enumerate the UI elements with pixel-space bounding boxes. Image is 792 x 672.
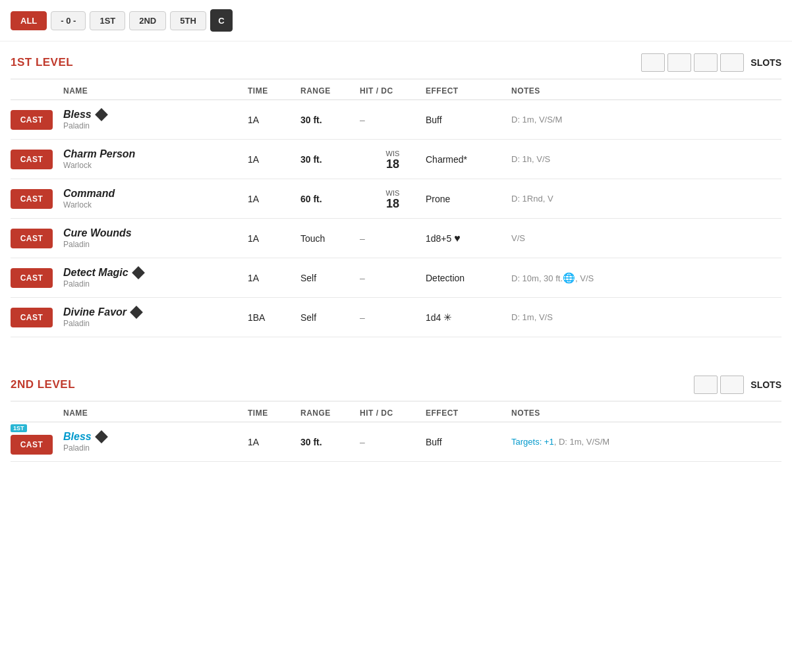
spell-command-hitdc: WIS 18	[360, 188, 426, 210]
spell-command-range: 60 ft.	[300, 194, 360, 204]
col-range: RANGE	[300, 86, 360, 96]
slots-2nd: SLOTS	[694, 376, 781, 394]
spell-cure-sub: Paladin	[63, 240, 248, 249]
col-time: TIME	[248, 86, 300, 96]
globe-icon: 🌐	[563, 272, 575, 283]
spell-cure-time: 1A	[248, 233, 300, 244]
col-time-2nd: TIME	[248, 408, 300, 418]
spell-row-divine-favor: CAST Divine Favor Paladin 1BA Self – 1d4…	[11, 298, 781, 337]
spell-detect-sub: Paladin	[63, 279, 248, 289]
spell-divine-time: 1BA	[248, 312, 300, 323]
charm-dc-val: 18	[360, 158, 426, 170]
spell-detect-range: Self	[300, 273, 360, 283]
spell-cure-name: Cure Wounds	[63, 227, 132, 238]
slots-2nd-label: SLOTS	[750, 379, 781, 390]
col-notes-2nd: NOTES	[511, 408, 781, 418]
spell-detect-time: 1A	[248, 273, 300, 283]
nav-zero[interactable]: - 0 -	[51, 11, 86, 30]
cast-cure-button[interactable]: CAST	[11, 229, 53, 248]
spell-charm-effect: Charmed*	[426, 154, 511, 165]
bless-2nd-diamond-icon	[95, 430, 108, 443]
col-range-2nd: RANGE	[300, 408, 360, 418]
spell-divine-sub: Paladin	[63, 319, 248, 328]
slot-2[interactable]	[667, 53, 691, 72]
cast-detect-button[interactable]: CAST	[11, 268, 53, 288]
spell-cure-range: Touch	[300, 233, 360, 244]
col-hitdc: HIT / DC	[360, 86, 426, 96]
cast-command-cell: CAST	[11, 189, 63, 209]
spell-charm-time: 1A	[248, 154, 300, 165]
spell-charm-notes: D: 1h, V/S	[511, 154, 781, 164]
spell-row-bless-2nd: 1ST CAST Bless Paladin 1A 30 ft. – Buff …	[11, 422, 781, 462]
spell-bless-time: 1A	[248, 115, 300, 125]
slot-3[interactable]	[694, 53, 718, 72]
spell-divine-range: Self	[300, 312, 360, 323]
section-gap	[0, 337, 792, 364]
cast-command-button[interactable]: CAST	[11, 189, 53, 209]
cast-bless-2nd-wrapper: 1ST CAST	[11, 430, 53, 455]
col-headers-1st: NAME TIME RANGE HIT / DC EFFECT NOTES	[11, 80, 781, 100]
spell-bless-sub: Paladin	[63, 121, 248, 130]
spell-bless-2nd-notes: Targets: +1, D: 1m, V/S/M	[511, 437, 781, 447]
section-1st-title: 1ST LEVEL	[11, 56, 73, 69]
spell-command-name: Command	[63, 188, 115, 199]
spell-bless-2nd-sub: Paladin	[63, 443, 248, 453]
spell-row-command: CAST Command Warlock 1A 60 ft. WIS 18 Pr…	[11, 179, 781, 219]
spell-charm-range: 30 ft.	[300, 154, 360, 165]
spell-divine-notes: D: 1m, V/S	[511, 312, 781, 322]
col-notes: NOTES	[511, 86, 781, 96]
nav-all[interactable]: ALL	[11, 11, 47, 30]
cast-bless-2nd-cell: 1ST CAST	[11, 430, 63, 455]
spell-row-detect-magic: CAST Detect Magic Paladin 1A Self – Dete…	[11, 258, 781, 298]
charm-dc-label: WIS	[386, 150, 400, 157]
col-name-2nd: NAME	[63, 408, 248, 418]
spell-cure-effect: 1d8+5 ♥	[426, 233, 511, 244]
heart-icon: ♥	[454, 233, 461, 244]
nav-1st[interactable]: 1ST	[90, 11, 125, 30]
bless-2nd-level-badge: 1ST	[11, 424, 27, 432]
spell-cure-name-block: Cure Wounds Paladin	[63, 227, 248, 249]
section-1st-level: 1ST LEVEL SLOTS NAME TIME RANGE HIT / DC…	[0, 42, 792, 337]
spell-divine-effect: 1d4 ✳	[426, 312, 511, 323]
nav-cantrip[interactable]: C	[210, 9, 233, 32]
bless-2nd-notes-blue: Targets: +1	[511, 437, 554, 447]
slots-1st-label: SLOTS	[750, 57, 781, 68]
spell-row-cure-wounds: CAST Cure Wounds Paladin 1A Touch – 1d8+…	[11, 219, 781, 258]
col-name: NAME	[63, 86, 248, 96]
nav-2nd[interactable]: 2ND	[129, 11, 166, 30]
section-1st-header: 1ST LEVEL SLOTS	[11, 42, 781, 80]
spell-bless-name: Bless	[63, 109, 106, 120]
top-nav: ALL - 0 - 1ST 2ND 5TH C	[0, 0, 792, 42]
spell-bless-hitdc: –	[360, 115, 426, 125]
slot-4[interactable]	[720, 53, 744, 72]
spell-charm-hitdc: WIS 18	[360, 149, 426, 170]
spell-row-charm-person: CAST Charm Person Warlock 1A 30 ft. WIS …	[11, 140, 781, 179]
spell-bless-2nd-hitdc: –	[360, 437, 426, 447]
slot-2nd-1[interactable]	[694, 376, 718, 394]
bless-diamond-icon	[95, 108, 108, 121]
spell-detect-notes: D: 10m, 30 ft.🌐, V/S	[511, 272, 781, 284]
command-dc-val: 18	[360, 198, 426, 210]
spell-detect-name-block: Detect Magic Paladin	[63, 267, 248, 289]
spell-command-time: 1A	[248, 194, 300, 204]
spell-bless-2nd-name-block: Bless Paladin	[63, 431, 248, 453]
spell-divine-name-block: Divine Favor Paladin	[63, 306, 248, 328]
slot-1[interactable]	[641, 53, 665, 72]
spell-detect-name: Detect Magic	[63, 267, 143, 278]
col-empty	[11, 86, 63, 96]
slot-2nd-2[interactable]	[720, 376, 744, 394]
cast-divine-cell: CAST	[11, 308, 63, 327]
cast-detect-cell: CAST	[11, 268, 63, 288]
spell-bless-2nd-time: 1A	[248, 437, 300, 447]
cast-bless-button[interactable]: CAST	[11, 110, 53, 130]
cast-bless-2nd-button[interactable]: CAST	[11, 435, 53, 455]
spell-command-name-block: Command Warlock	[63, 188, 248, 210]
section-2nd-header: 2ND LEVEL SLOTS	[11, 364, 781, 402]
nav-5th[interactable]: 5TH	[170, 11, 206, 30]
cast-charm-button[interactable]: CAST	[11, 150, 53, 169]
spell-detect-effect: Detection	[426, 273, 511, 283]
spell-bless-2nd-name: Bless	[63, 431, 106, 442]
slots-1st: SLOTS	[641, 53, 781, 72]
cast-divine-button[interactable]: CAST	[11, 308, 53, 327]
spell-bless-2nd-effect: Buff	[426, 437, 511, 447]
